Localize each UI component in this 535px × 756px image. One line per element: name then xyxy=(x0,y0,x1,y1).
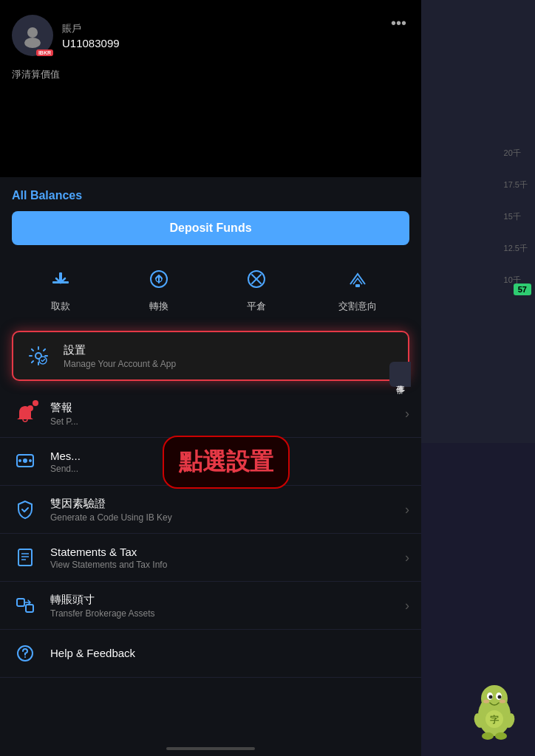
2fa-title: 雙因素驗證 xyxy=(50,497,393,511)
balance-label: 淨清算價值 xyxy=(12,68,409,81)
svg-point-36 xyxy=(495,732,507,740)
alert-text: 警報 Set P... xyxy=(50,401,393,427)
alert-icon xyxy=(12,400,38,427)
statements-subtitle: View Statements and Tax Info xyxy=(50,560,393,570)
chart-label-4: 12.5千 xyxy=(504,243,528,254)
withdraw-icon xyxy=(44,263,77,295)
delivery-icon xyxy=(341,263,374,295)
svg-rect-21 xyxy=(17,599,24,606)
2fa-chevron: › xyxy=(405,502,409,518)
svg-rect-17 xyxy=(18,549,32,566)
more-button[interactable]: ••• xyxy=(391,15,406,32)
chart-label-1: 20千 xyxy=(504,148,528,159)
security-icon xyxy=(12,496,38,523)
transfer-text: 轉賬頭寸 Transfer Brokerage Assets xyxy=(50,593,393,619)
menu-item-statements[interactable]: Statements & Tax View Statements and Tax… xyxy=(0,534,421,582)
account-header: IBKR 賬戶 U11083099 淨清算價值 ••• xyxy=(0,0,421,177)
account-label: 賬戶 xyxy=(62,22,409,35)
svg-rect-22 xyxy=(26,605,33,612)
menu-item-2fa[interactable]: 雙因素驗證 Generate a Code Using IB Key › xyxy=(0,486,421,534)
svg-rect-3 xyxy=(59,272,62,281)
message-icon xyxy=(12,448,38,475)
svg-point-30 xyxy=(498,695,502,699)
alert-chevron: › xyxy=(405,406,409,422)
svg-point-12 xyxy=(27,405,33,411)
action-row: 取款 轉換 平倉 xyxy=(0,257,421,325)
avatar: IBKR xyxy=(12,15,53,56)
transfer-icon xyxy=(12,592,38,619)
statements-icon xyxy=(12,544,38,571)
svg-point-32 xyxy=(500,700,505,704)
account-info: 賬戶 U11083099 xyxy=(62,22,409,49)
action-delivery[interactable]: 交割意向 xyxy=(338,263,377,313)
settings-text: 設置 Manage Your Account & App xyxy=(64,343,396,369)
svg-point-35 xyxy=(482,732,494,740)
svg-point-24 xyxy=(24,656,26,658)
settings-subtitle: Manage Your Account & App xyxy=(64,359,396,369)
mascot: 字 xyxy=(468,682,520,741)
svg-point-29 xyxy=(489,695,493,699)
2fa-subtitle: Generate a Code Using IB Key xyxy=(50,512,393,523)
convert-icon xyxy=(143,263,175,295)
svg-point-31 xyxy=(483,700,489,704)
statements-chevron: › xyxy=(405,550,409,566)
menu-item-alert[interactable]: 警報 Set P... › xyxy=(0,390,421,438)
menu-item-transfer[interactable]: 轉賬頭寸 Transfer Brokerage Assets › xyxy=(0,582,421,630)
statements-title: Statements & Tax xyxy=(50,546,393,558)
deposit-button[interactable]: Deposit Funds xyxy=(12,211,409,245)
svg-rect-9 xyxy=(355,284,360,287)
account-number: U11083099 xyxy=(62,37,409,49)
account-top-row: IBKR 賬戶 U11083099 xyxy=(12,15,409,56)
home-indicator xyxy=(166,747,255,750)
settings-title: 設置 xyxy=(64,343,396,357)
help-icon xyxy=(12,640,38,667)
action-withdraw[interactable]: 取款 xyxy=(44,263,77,313)
help-title: Help & Feedback xyxy=(50,647,409,659)
chart-area: 20千 17.5千 15千 12.5千 10千 57 xyxy=(402,0,535,443)
close-position-icon xyxy=(240,263,273,295)
menu-item-help[interactable]: Help & Feedback xyxy=(0,630,421,678)
chart-label-3: 15千 xyxy=(504,211,528,222)
svg-point-16 xyxy=(29,459,32,462)
ibkr-badge: IBKR xyxy=(36,49,53,56)
svg-text:字: 字 xyxy=(490,715,500,725)
close-position-label: 平倉 xyxy=(247,300,266,313)
alert-title: 警報 xyxy=(50,401,393,415)
withdraw-label: 取款 xyxy=(51,300,70,313)
svg-point-26 xyxy=(481,685,508,712)
price-indicator: 57 xyxy=(514,284,531,295)
transfer-subtitle: Transfer Brokerage Assets xyxy=(50,608,393,619)
svg-point-0 xyxy=(27,27,38,38)
svg-point-1 xyxy=(24,38,41,48)
help-text: Help & Feedback xyxy=(50,647,409,661)
statements-text: Statements & Tax View Statements and Tax… xyxy=(50,546,393,570)
transfer-chevron: › xyxy=(405,598,409,614)
delivery-label: 交割意向 xyxy=(338,300,377,313)
menu-list: 警報 Set P... › Mes... Send... xyxy=(0,387,421,681)
all-balances[interactable]: All Balances xyxy=(0,177,421,211)
settings-icon xyxy=(25,343,52,369)
alert-subtitle: Set P... xyxy=(50,416,393,427)
action-convert[interactable]: 轉換 xyxy=(143,263,175,313)
transfer-title: 轉賬頭寸 xyxy=(50,593,393,607)
svg-point-15 xyxy=(18,459,21,462)
2fa-text: 雙因素驗證 Generate a Code Using IB Key xyxy=(50,497,393,523)
tooltip-overlay: 點選設置 xyxy=(163,436,290,489)
chart-labels: 20千 17.5千 15千 12.5千 10千 xyxy=(504,148,528,286)
main-panel: IBKR 賬戶 U11083099 淨清算價值 ••• All Balances… xyxy=(0,0,421,756)
tooltip-text: 點選設置 xyxy=(179,448,273,475)
events-tab[interactable]: 事件 xyxy=(389,362,411,387)
convert-label: 轉換 xyxy=(149,300,168,313)
chart-label-2: 17.5千 xyxy=(504,179,528,190)
alert-badge xyxy=(33,400,38,406)
action-close-position[interactable]: 平倉 xyxy=(240,263,273,313)
svg-point-14 xyxy=(23,458,27,463)
settings-row[interactable]: 設置 Manage Your Account & App xyxy=(12,331,409,381)
